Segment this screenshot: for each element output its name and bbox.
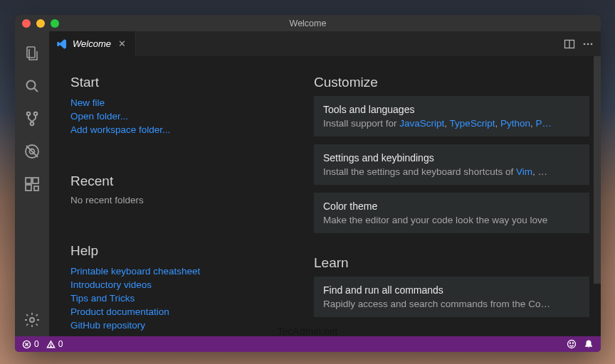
card-desc: Install support for JavaScript, TypeScri… (323, 118, 580, 129)
status-bar: 0 0 (15, 336, 601, 352)
svg-point-12 (30, 318, 34, 322)
svg-rect-0 (27, 47, 35, 58)
card-title: Find and run all commands (323, 284, 580, 296)
search-icon[interactable] (15, 70, 49, 102)
lang-link[interactable]: Python (500, 118, 530, 129)
tab-welcome[interactable]: Welcome ✕ (49, 31, 136, 56)
svg-rect-10 (26, 185, 31, 191)
customize-tools-card[interactable]: Tools and languages Install support for … (314, 96, 589, 136)
svg-point-15 (584, 43, 586, 45)
editor-body: Welcome ✕ Start New file (15, 31, 601, 336)
explorer-icon[interactable] (15, 37, 49, 70)
help-videos-link[interactable]: Introductory videos (70, 278, 305, 291)
warning-icon (46, 340, 56, 349)
welcome-left-column: Start New file Open folder... Add worksp… (70, 65, 305, 332)
help-cheatsheet-link[interactable]: Printable keyboard cheatsheet (70, 264, 305, 278)
start-heading: Start (70, 75, 305, 90)
open-folder-link[interactable]: Open folder... (70, 109, 305, 123)
status-warnings[interactable]: 0 (46, 339, 63, 349)
svg-point-4 (34, 112, 38, 116)
window-title: Welcome (15, 18, 601, 28)
svg-line-2 (34, 88, 38, 92)
tab-label: Welcome (73, 38, 111, 49)
git-icon[interactable] (15, 102, 49, 135)
svg-point-17 (591, 43, 593, 45)
svg-point-16 (587, 43, 589, 45)
warning-count: 0 (58, 339, 63, 349)
svg-point-1 (27, 81, 36, 90)
card-title: Color theme (323, 200, 580, 212)
settings-gear-icon[interactable] (15, 304, 49, 336)
error-icon (22, 340, 31, 349)
add-workspace-link[interactable]: Add workspace folder... (70, 123, 305, 136)
status-feedback-icon[interactable] (567, 339, 577, 349)
svg-point-5 (31, 122, 34, 126)
lang-link[interactable]: P… (535, 118, 552, 129)
editor-actions (564, 31, 601, 56)
welcome-page: Start New file Open folder... Add worksp… (49, 56, 601, 336)
help-heading: Help (70, 243, 305, 259)
svg-rect-8 (26, 178, 31, 183)
help-github-link[interactable]: GitHub repository (70, 318, 305, 332)
customize-heading: Customize (314, 75, 589, 90)
svg-point-23 (572, 343, 573, 343)
status-bell-icon[interactable] (584, 339, 594, 349)
tab-bar: Welcome ✕ (49, 31, 601, 56)
vscode-logo-icon (56, 38, 68, 50)
welcome-right-column: Customize Tools and languages Install su… (305, 65, 589, 332)
svg-point-22 (569, 343, 570, 343)
svg-rect-9 (33, 178, 38, 183)
debug-icon[interactable] (15, 135, 49, 168)
card-title: Settings and keybindings (323, 152, 580, 164)
keymap-link[interactable]: Vim (516, 166, 532, 177)
customize-theme-card[interactable]: Color theme Make the editor and your cod… (314, 193, 589, 233)
vscode-window: Welcome (15, 15, 601, 352)
recent-empty: No recent folders (70, 195, 305, 205)
close-tab-icon[interactable]: ✕ (116, 38, 128, 49)
status-errors[interactable]: 0 (22, 339, 39, 349)
more-actions-icon[interactable] (582, 38, 594, 50)
error-count: 0 (34, 339, 39, 349)
card-desc: Rapidly access and search commands from … (323, 299, 580, 309)
learn-heading: Learn (314, 255, 589, 271)
activity-bar (15, 31, 49, 336)
card-desc: Make the editor and your code look the w… (323, 215, 580, 225)
svg-point-3 (27, 112, 31, 116)
learn-commands-card[interactable]: Find and run all commands Rapidly access… (314, 277, 589, 317)
svg-point-20 (51, 346, 51, 346)
recent-heading: Recent (70, 173, 305, 189)
svg-rect-11 (34, 186, 38, 191)
scrollbar-thumb[interactable] (594, 56, 601, 284)
card-desc: Install the settings and keyboard shortc… (323, 166, 580, 177)
card-title: Tools and languages (323, 104, 580, 115)
lang-link[interactable]: TypeScript (450, 118, 495, 129)
new-file-link[interactable]: New file (70, 96, 305, 109)
svg-point-21 (568, 341, 576, 348)
customize-keybind-card[interactable]: Settings and keybindings Install the set… (314, 144, 589, 185)
help-tips-link[interactable]: Tips and Tricks (70, 291, 305, 305)
lang-link[interactable]: JavaScript (399, 118, 444, 129)
extensions-icon[interactable] (15, 168, 49, 200)
help-docs-link[interactable]: Product documentation (70, 305, 305, 318)
editor-area: Welcome ✕ Start New file (49, 31, 601, 336)
titlebar: Welcome (15, 15, 601, 31)
editor-scrollbar[interactable] (592, 56, 601, 336)
split-editor-icon[interactable] (564, 38, 575, 50)
